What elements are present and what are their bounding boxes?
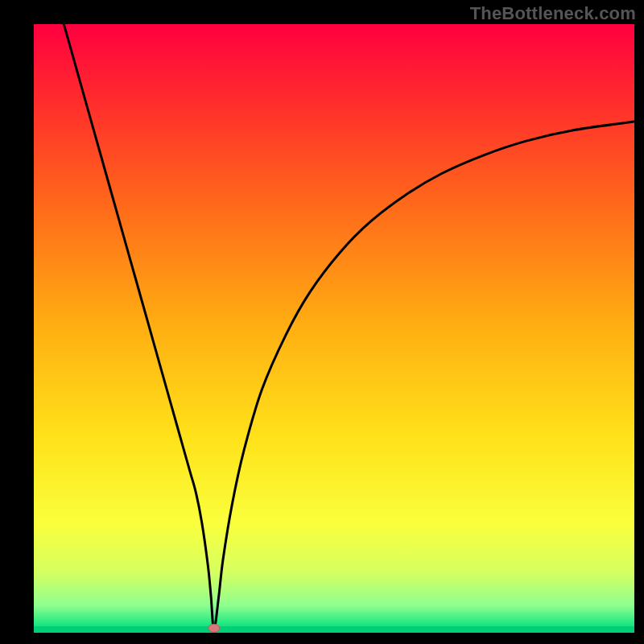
baseline-band [34,626,634,633]
bottleneck-chart [0,0,644,644]
gradient-background [34,24,634,633]
chart-frame: TheBottleneck.com [0,0,644,644]
minimum-marker [208,624,220,632]
